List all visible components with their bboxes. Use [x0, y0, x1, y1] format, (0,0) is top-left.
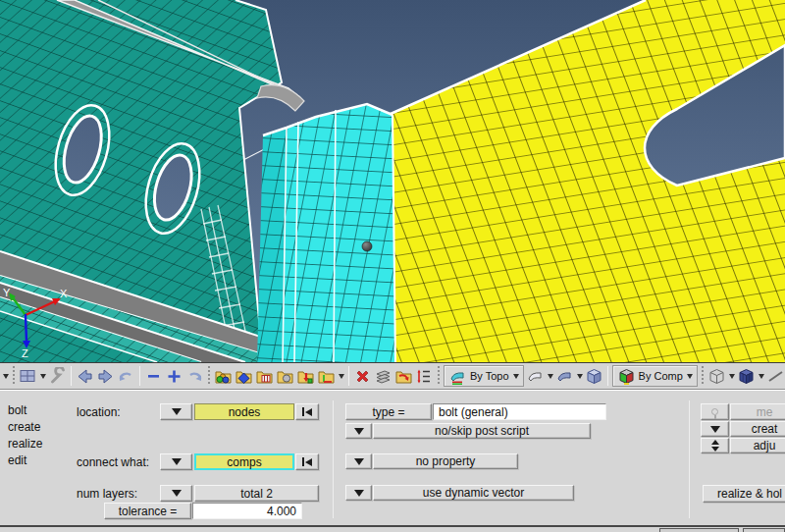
bottom-button-stub-2[interactable] [743, 528, 785, 532]
reset-icon [302, 407, 312, 416]
reset-icon [302, 457, 312, 466]
redo-icon[interactable] [185, 367, 204, 386]
type-button[interactable]: type = [345, 403, 432, 420]
post-script-button[interactable]: no/skip post script [373, 423, 591, 439]
num-layers-switch-button[interactable] [160, 485, 192, 502]
property-switch-button[interactable] [345, 453, 372, 469]
zoom-out-icon[interactable] [144, 367, 163, 386]
create-mode-button[interactable]: creat [730, 421, 785, 437]
dropdown-triangle-icon [354, 428, 364, 435]
dropdown-triangle-icon [172, 458, 182, 465]
pin-icon [711, 408, 718, 415]
wire-cube-icon[interactable] [707, 367, 726, 386]
create-switch-button[interactable] [701, 421, 729, 437]
wireframe-shell-icon[interactable] [526, 367, 545, 386]
folder-building-icon[interactable] [255, 367, 274, 386]
cyan-meshed-block[interactable] [257, 104, 395, 362]
num-layers-label: num layers: [77, 487, 137, 501]
connect-switch-button[interactable] [160, 453, 192, 470]
undo-icon[interactable] [117, 367, 135, 386]
wire-cube-dropdown-icon[interactable] [729, 374, 735, 379]
by-comp-dropdown-icon[interactable] [687, 374, 693, 379]
dropdown-triangle-icon [172, 408, 182, 415]
by-comp-combo[interactable]: By Comp [612, 365, 698, 387]
dropdown-triangle-icon [710, 426, 720, 433]
by-topo-dropdown-icon[interactable] [513, 374, 519, 379]
folder-import-icon[interactable] [394, 367, 413, 386]
mesh-pin-button [701, 403, 729, 420]
realize-and-hold-button[interactable]: realize & hol [703, 485, 785, 503]
shaded-shell-icon[interactable] [555, 367, 574, 386]
shaded-shell-dropdown-icon[interactable] [577, 374, 583, 379]
panel-title-bolt: bolt [8, 403, 26, 417]
folder-sphere-icon[interactable] [276, 367, 294, 386]
folder-axes-icon[interactable] [317, 367, 336, 386]
adjust-spinner-button[interactable] [701, 438, 729, 453]
shell-topo-icon [448, 367, 467, 386]
connect-what-label: connect what: [77, 455, 149, 469]
main-toolbar: By Topo By Comp [0, 362, 785, 390]
connect-reset-button[interactable] [295, 453, 319, 470]
panel-bottom-divider [0, 525, 785, 527]
by-comp-label: By Comp [639, 370, 683, 382]
dropdown-triangle-icon [354, 458, 364, 465]
renumber-icon[interactable] [415, 367, 434, 386]
axis-label-y: Y [3, 287, 11, 298]
axis-label-x: X [60, 288, 68, 299]
dark-cube-dropdown-icon[interactable] [759, 374, 764, 379]
delete-x-icon[interactable] [353, 367, 372, 386]
viewport-3d[interactable]: Y X Z [0, 0, 785, 362]
folder-red-arrow-icon[interactable] [296, 367, 315, 386]
mesh-button: me [730, 403, 785, 420]
vector-switch-button[interactable] [345, 485, 372, 501]
property-button[interactable]: no property [373, 453, 518, 469]
window-layout-icon[interactable] [19, 367, 37, 386]
bottom-button-stub-1[interactable] [659, 528, 739, 532]
zoom-in-icon[interactable] [165, 367, 183, 386]
window-layout-dropdown-icon[interactable] [40, 374, 46, 379]
hypermesh-window: Y X Z By Topo [0, 0, 785, 532]
subpanel-edit[interactable]: edit [8, 453, 26, 467]
connect-entity-selector[interactable]: comps [194, 453, 294, 470]
num-layers-value-button[interactable]: total 2 [194, 485, 319, 502]
wireframe-shell-dropdown-icon[interactable] [548, 374, 553, 379]
line-icon[interactable] [766, 367, 785, 386]
node-marker[interactable] [362, 241, 372, 251]
subpanel-realize[interactable]: realize [8, 437, 42, 451]
layers-icon[interactable] [374, 367, 392, 386]
axis-label-z: Z [22, 347, 28, 359]
location-reset-button[interactable] [295, 403, 319, 420]
wrench-icon[interactable] [48, 367, 67, 386]
tolerance-input[interactable]: 4.000 [192, 503, 302, 519]
location-entity-selector[interactable]: nodes [194, 403, 294, 420]
panel-separator-2 [689, 400, 690, 518]
post-script-switch-button[interactable] [345, 423, 372, 439]
subpanel-create[interactable]: create [8, 420, 40, 434]
location-label: location: [77, 405, 121, 419]
arrow-left-icon[interactable] [76, 367, 94, 386]
blue-diamond-folder-icon[interactable] [235, 367, 253, 386]
by-comp-cube-icon [617, 367, 636, 386]
dropdown-triangle-icon [172, 490, 182, 497]
spheres-folder-icon[interactable] [214, 367, 233, 386]
adjust-button[interactable]: adju [730, 438, 785, 453]
up-down-spinner-icon [711, 440, 719, 452]
solid-cube-icon[interactable] [585, 367, 603, 386]
arrow-right-icon[interactable] [96, 367, 115, 386]
by-topo-combo[interactable]: By Topo [444, 365, 524, 387]
panel-separator-1 [333, 400, 334, 518]
dropdown-triangle-icon [354, 490, 364, 497]
tolerance-toggle-button[interactable]: tolerance = [104, 503, 191, 519]
vector-button[interactable]: use dynamic vector [373, 485, 574, 501]
location-switch-button[interactable] [160, 403, 192, 420]
by-topo-label: By Topo [470, 370, 509, 382]
type-value-field[interactable]: bolt (general) [433, 403, 606, 420]
bolt-panel: bolt create realize edit location: nodes… [0, 390, 785, 532]
dark-cube-icon[interactable] [737, 367, 756, 386]
mini-dropdown-icon[interactable] [3, 374, 9, 379]
folder-axes-dropdown-icon[interactable] [339, 374, 344, 379]
